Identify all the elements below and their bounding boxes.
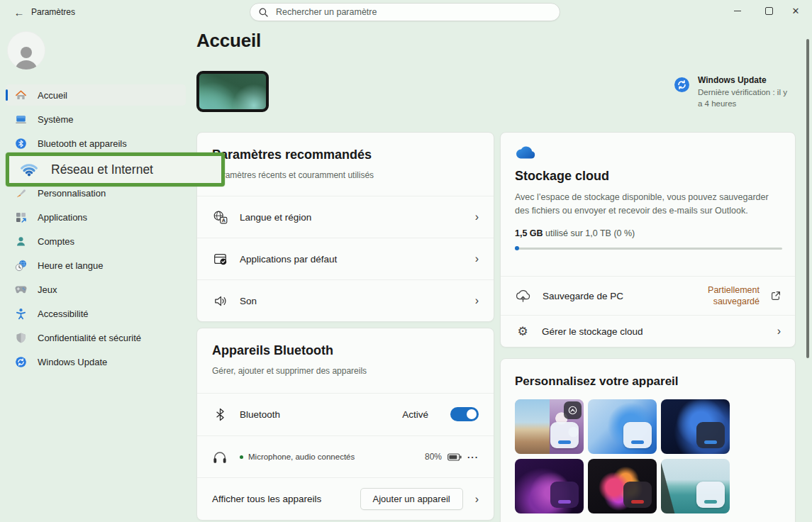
annotation-highlight-box: Réseau et Internet <box>6 152 225 187</box>
recommended-settings-card: Paramètres recommandés Paramètres récent… <box>196 132 494 322</box>
personalize-card: Personnalisez votre appareil <box>500 358 796 522</box>
headphones-icon <box>212 450 228 465</box>
sidebar-item-home[interactable]: Accueil <box>6 84 186 106</box>
accounts-icon <box>15 235 27 248</box>
sidebar-item-label: Système <box>38 114 74 125</box>
personalize-title: Personnalisez votre appareil <box>501 359 795 389</box>
sidebar-item-privacy[interactable]: Confidentialité et sécurité <box>6 327 186 348</box>
gaming-icon <box>15 284 27 296</box>
back-button[interactable]: ← <box>10 4 28 21</box>
battery-icon <box>447 453 462 461</box>
bluetooth-toggle[interactable] <box>450 407 479 421</box>
storage-usage: 1,5 GB utilisé sur 1,0 TB (0 %) <box>515 228 781 238</box>
chevron-right-icon: › <box>777 326 781 337</box>
cloud-title: Stockage cloud <box>515 169 781 184</box>
network-icon <box>20 162 38 177</box>
row-bluetooth-toggle: Bluetooth Activé <box>197 393 494 435</box>
sidebar-item-gaming[interactable]: Jeux <box>6 279 186 300</box>
theme-thumbnail-abstract-flower[interactable] <box>588 459 657 513</box>
minimize-button[interactable] <box>722 0 753 22</box>
row-language-region[interactable]: A Langue et région › <box>197 196 494 238</box>
sidebar-item-label: Windows Update <box>38 357 107 367</box>
sidebar-item-system[interactable]: Système <box>6 109 186 130</box>
time-language-icon <box>15 260 27 272</box>
row-manage-cloud-storage[interactable]: ⚙ Gérer le stockage cloud › <box>501 315 795 347</box>
language-icon: A <box>212 210 228 225</box>
sidebar-item-network[interactable]: Réseau et Internet <box>51 162 153 177</box>
default-apps-icon <box>212 252 228 267</box>
sidebar-item-time-language[interactable]: Heure et langue <box>6 255 186 276</box>
cloud-storage-card: Stockage cloud Avec l’espace de stockage… <box>500 132 796 348</box>
bluetooth-card-title: Appareils Bluetooth <box>212 343 479 358</box>
add-device-button[interactable]: Ajouter un appareil <box>360 488 463 510</box>
chevron-right-icon: › <box>475 494 479 505</box>
bluetooth-label: Bluetooth <box>240 409 390 420</box>
theme-thumbnail-grid <box>515 399 781 513</box>
sidebar-item-label: Applications <box>38 212 87 223</box>
home-icon <box>15 89 27 101</box>
sidebar-item-accessibility[interactable]: Accessibilité <box>6 303 186 324</box>
windows-update-icon <box>15 356 27 368</box>
external-link-icon <box>771 291 781 301</box>
connected-dot <box>240 455 243 459</box>
chevron-right-icon: › <box>475 295 479 306</box>
close-button[interactable]: ✕ <box>780 0 811 22</box>
more-options-icon[interactable]: ··· <box>467 452 479 462</box>
row-pc-backup[interactable]: Sauvegarde de PC Partiellement sauvegard… <box>501 276 795 315</box>
row-default-apps[interactable]: Applications par défaut › <box>197 238 494 279</box>
privacy-icon <box>15 332 27 344</box>
backup-status-text: Partiellement sauvegardé <box>693 284 760 308</box>
sidebar-item-label: Heure et langue <box>38 260 104 271</box>
search-icon <box>259 8 268 17</box>
bluetooth-state-label: Activé <box>402 409 428 420</box>
sidebar-item-label: Confidentialité et sécurité <box>38 333 141 343</box>
row-label: Langue et région <box>240 212 463 223</box>
sidebar-item-accounts[interactable]: Comptes <box>6 231 186 252</box>
gear-icon: ⚙ <box>515 324 530 339</box>
windows-update-status[interactable]: Windows Update Dernière vérification : i… <box>674 75 806 109</box>
sidebar-item-label: Bluetooth et appareils <box>38 138 127 149</box>
theme-thumbnail-spotlight[interactable] <box>515 399 584 454</box>
search-box[interactable] <box>250 3 560 21</box>
bluetooth-card-subtitle: Gérer, ajouter et supprimer des appareil… <box>212 366 479 376</box>
bluetooth-rune-icon <box>212 408 228 421</box>
device-status-text: Microphone, audio connectés <box>248 452 355 461</box>
row-label: Applications par défaut <box>240 254 463 265</box>
theme-thumbnail-pier[interactable] <box>661 459 730 513</box>
sound-icon <box>212 294 228 309</box>
system-icon <box>15 113 27 126</box>
show-all-devices-label: Afficher tous les appareils <box>212 494 348 504</box>
cloud-backup-icon <box>515 289 531 303</box>
personalization-icon <box>15 187 27 199</box>
sidebar-item-label: Jeux <box>38 284 57 295</box>
row-label: Son <box>240 296 463 306</box>
page-title: Accueil <box>196 30 261 52</box>
avatar[interactable] <box>7 31 45 70</box>
vertical-scrollbar[interactable] <box>806 39 809 358</box>
theme-thumbnail-purple-glow[interactable] <box>515 459 584 513</box>
bluetooth-icon <box>15 138 27 150</box>
svg-text:A: A <box>221 218 225 223</box>
row-sound[interactable]: Son › <box>197 279 494 321</box>
storage-progress-bar <box>515 248 782 250</box>
sidebar-item-windows-update[interactable]: Windows Update <box>6 351 186 372</box>
sidebar-item-label: Personnalisation <box>38 188 106 199</box>
row-headphones-device[interactable]: Microphone, audio connectés 80% ··· <box>197 435 494 478</box>
theme-thumbnail-bloom-light[interactable] <box>588 399 657 454</box>
update-status-detail: Dernière vérification : il y a 4 heures <box>698 87 791 109</box>
search-input[interactable] <box>274 6 551 18</box>
battery-percentage: 80% <box>425 452 442 462</box>
sidebar-item-apps[interactable]: Applications <box>6 206 186 228</box>
recommended-title: Paramètres recommandés <box>212 148 479 162</box>
app-title: Paramètres <box>31 7 75 17</box>
recommended-subtitle: Paramètres récents et couramment utilisé… <box>212 170 479 180</box>
theme-thumbnail-bloom-dark[interactable] <box>661 399 730 454</box>
sidebar-item-label: Accessibilité <box>38 309 89 319</box>
windows-update-status-icon <box>674 77 689 92</box>
device-thumbnail <box>196 71 269 112</box>
row-show-all-devices[interactable]: Afficher tous les appareils Ajouter un a… <box>197 477 494 520</box>
chevron-right-icon: › <box>475 211 479 223</box>
sidebar-item-bluetooth[interactable]: Bluetooth et appareils <box>6 133 186 154</box>
accessibility-icon <box>15 308 27 320</box>
apps-icon <box>15 211 27 223</box>
